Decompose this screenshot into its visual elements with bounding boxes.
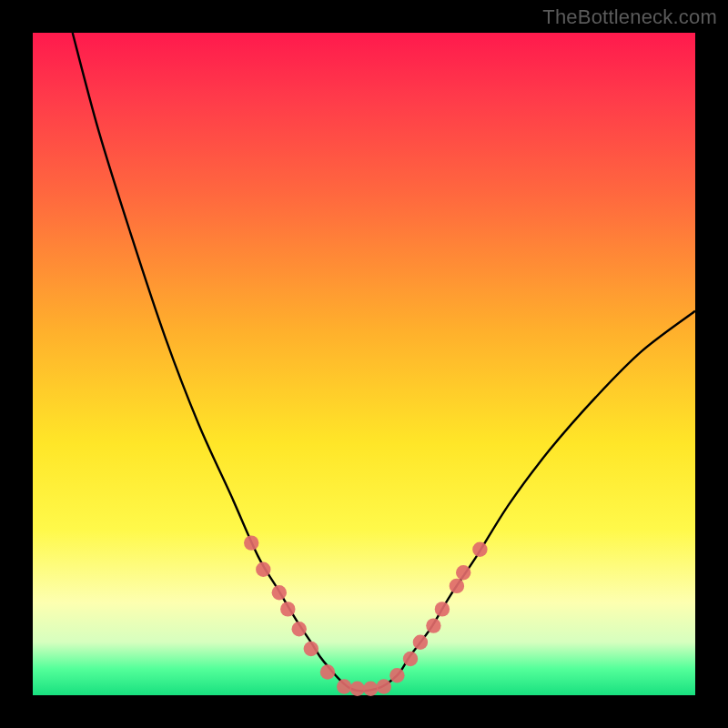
dot xyxy=(280,602,295,616)
dot xyxy=(413,635,428,650)
dot xyxy=(272,585,287,600)
dot xyxy=(337,679,351,693)
dot xyxy=(403,652,418,666)
highlight-dots xyxy=(244,535,488,696)
chart-svg xyxy=(33,33,695,695)
dot xyxy=(320,664,335,679)
dot xyxy=(426,618,440,632)
dot xyxy=(472,542,487,557)
dot xyxy=(292,622,307,636)
dot xyxy=(456,565,470,580)
bottleneck-curve xyxy=(73,33,695,692)
dot xyxy=(304,642,318,656)
dot xyxy=(350,682,365,696)
plot-area xyxy=(33,33,695,695)
dot xyxy=(244,535,258,550)
dot xyxy=(435,602,450,616)
dot xyxy=(450,579,464,593)
dot xyxy=(256,562,270,577)
dot xyxy=(389,668,404,682)
dot xyxy=(377,679,391,693)
chart-frame: TheBottleneck.com xyxy=(0,0,728,728)
curve-group xyxy=(73,33,695,692)
watermark-text: TheBottleneck.com xyxy=(542,5,717,29)
dot xyxy=(363,682,378,696)
